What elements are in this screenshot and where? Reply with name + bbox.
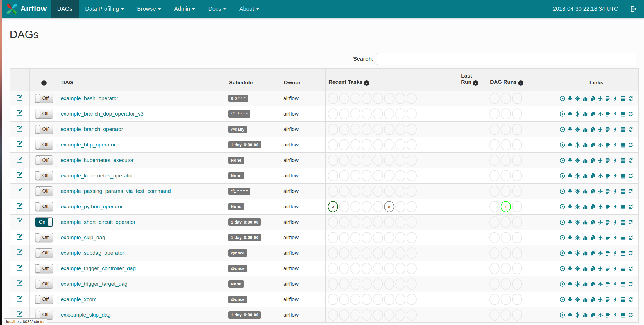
landing-times-icon[interactable] xyxy=(597,312,603,318)
task-state-circle[interactable] xyxy=(339,108,349,119)
dag-pause-toggle[interactable]: Off xyxy=(35,140,53,150)
task-state-circle[interactable] xyxy=(362,155,372,166)
dag-pause-toggle[interactable]: Off xyxy=(35,295,53,304)
gantt-icon[interactable] xyxy=(605,142,611,148)
task-state-circle[interactable] xyxy=(362,278,372,290)
task-state-circle[interactable] xyxy=(373,247,383,259)
task-tries-icon[interactable] xyxy=(590,312,596,318)
graph-view-icon[interactable] xyxy=(575,312,580,318)
task-state-circle[interactable]: 3 xyxy=(328,201,338,212)
edit-dag-icon[interactable] xyxy=(16,310,23,318)
edit-dag-icon[interactable] xyxy=(16,109,23,117)
task-state-circle[interactable] xyxy=(339,186,349,197)
sign-out-icon[interactable] xyxy=(629,5,637,13)
refresh-icon[interactable] xyxy=(628,235,634,241)
dag-run-circle[interactable] xyxy=(501,93,511,104)
dag-run-circle[interactable] xyxy=(501,186,511,197)
task-state-circle[interactable] xyxy=(362,263,372,274)
dag-run-circle[interactable] xyxy=(512,278,522,290)
dag-run-circle[interactable] xyxy=(501,309,511,321)
dag-pause-toggle[interactable]: Off xyxy=(35,264,53,273)
code-icon[interactable] xyxy=(613,235,618,241)
task-state-circle[interactable] xyxy=(362,294,372,305)
dag-link[interactable]: example_branch_operator xyxy=(61,126,123,132)
dag-run-circle[interactable] xyxy=(489,232,500,243)
dag-run-circle[interactable] xyxy=(489,186,500,197)
task-duration-icon[interactable] xyxy=(582,204,588,210)
task-state-circle[interactable] xyxy=(395,124,405,135)
task-state-circle[interactable] xyxy=(384,93,394,104)
trigger-dag-icon[interactable] xyxy=(559,281,565,287)
dag-run-circle[interactable] xyxy=(512,124,522,135)
trigger-dag-icon[interactable] xyxy=(559,142,565,148)
dag-run-circle[interactable] xyxy=(501,170,511,181)
dag-run-circle[interactable] xyxy=(489,263,500,274)
code-icon[interactable] xyxy=(613,157,618,163)
header-owner[interactable]: Owner xyxy=(281,69,326,91)
tree-view-icon[interactable] xyxy=(567,219,573,225)
graph-view-icon[interactable] xyxy=(575,250,580,256)
task-duration-icon[interactable] xyxy=(582,235,588,241)
dag-run-circle[interactable] xyxy=(512,139,522,150)
trigger-dag-icon[interactable] xyxy=(559,312,565,318)
dag-link[interactable]: example_kubernetes_operator xyxy=(61,173,133,179)
task-state-circle[interactable] xyxy=(362,247,372,259)
dag-run-circle[interactable]: 1 xyxy=(501,201,511,212)
dag-link[interactable]: example_bash_operator xyxy=(61,95,118,101)
task-state-circle[interactable] xyxy=(407,201,417,212)
gantt-icon[interactable] xyxy=(605,219,611,225)
task-state-circle[interactable] xyxy=(384,124,394,135)
dag-run-circle[interactable] xyxy=(489,108,500,119)
trigger-dag-icon[interactable] xyxy=(559,235,565,241)
tree-view-icon[interactable] xyxy=(567,142,573,148)
gantt-icon[interactable] xyxy=(605,297,611,303)
task-state-circle[interactable] xyxy=(362,309,372,321)
code-icon[interactable] xyxy=(613,312,618,318)
task-state-circle[interactable] xyxy=(395,93,405,104)
task-state-circle[interactable] xyxy=(362,139,372,150)
tree-view-icon[interactable] xyxy=(567,127,573,132)
trigger-dag-icon[interactable] xyxy=(559,266,565,272)
logs-icon[interactable] xyxy=(620,204,626,210)
landing-times-icon[interactable] xyxy=(597,297,603,303)
task-state-circle[interactable] xyxy=(407,108,417,119)
task-state-circle[interactable] xyxy=(373,201,383,212)
tree-view-icon[interactable] xyxy=(567,312,573,318)
task-state-circle[interactable] xyxy=(328,186,338,197)
task-state-circle[interactable] xyxy=(373,124,383,135)
schedule-badge[interactable]: None xyxy=(228,280,244,288)
logs-icon[interactable] xyxy=(620,173,626,179)
schedule-badge[interactable]: @once xyxy=(228,296,247,303)
task-state-circle[interactable] xyxy=(407,294,417,305)
dag-run-circle[interactable] xyxy=(501,108,511,119)
landing-times-icon[interactable] xyxy=(597,204,603,210)
task-tries-icon[interactable] xyxy=(590,281,596,287)
graph-view-icon[interactable] xyxy=(575,173,580,179)
schedule-badge[interactable]: None xyxy=(228,203,244,210)
dag-run-circle[interactable] xyxy=(512,232,522,243)
code-icon[interactable] xyxy=(613,96,618,101)
task-duration-icon[interactable] xyxy=(582,157,588,163)
gantt-icon[interactable] xyxy=(605,96,611,101)
graph-view-icon[interactable] xyxy=(575,188,580,194)
dag-run-circle[interactable] xyxy=(512,201,522,212)
nav-item-docs[interactable]: Docs xyxy=(202,0,233,18)
task-state-circle[interactable] xyxy=(395,139,405,150)
task-state-circle[interactable] xyxy=(362,170,372,181)
graph-view-icon[interactable] xyxy=(575,219,580,225)
graph-view-icon[interactable] xyxy=(575,297,580,303)
refresh-icon[interactable] xyxy=(628,127,634,132)
tree-view-icon[interactable] xyxy=(567,188,573,194)
task-tries-icon[interactable] xyxy=(590,297,596,303)
refresh-icon[interactable] xyxy=(628,157,634,163)
task-state-circle[interactable] xyxy=(362,232,372,243)
tree-view-icon[interactable] xyxy=(567,235,573,241)
task-duration-icon[interactable] xyxy=(582,219,588,225)
task-state-circle[interactable] xyxy=(350,216,360,228)
code-icon[interactable] xyxy=(613,142,618,148)
header-recent-tasks[interactable]: Recent Tasks i xyxy=(326,69,458,91)
dag-run-circle[interactable] xyxy=(512,170,522,181)
landing-times-icon[interactable] xyxy=(597,281,603,287)
task-state-circle[interactable] xyxy=(395,186,405,197)
dag-pause-toggle[interactable]: Off xyxy=(35,233,53,242)
